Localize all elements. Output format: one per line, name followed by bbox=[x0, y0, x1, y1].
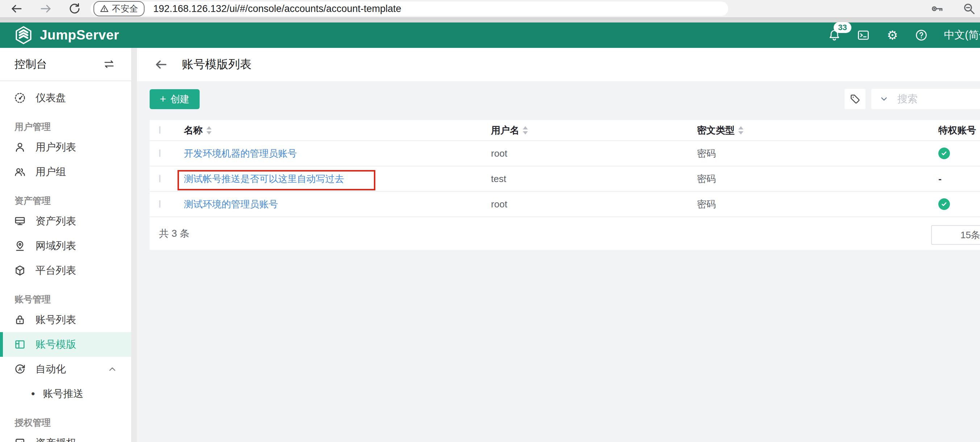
chevron-down-icon[interactable] bbox=[879, 94, 889, 104]
brand-name: JumpServer bbox=[40, 27, 119, 43]
template-name-link[interactable]: 开发环境机器的管理员账号 bbox=[184, 148, 297, 159]
search-input[interactable] bbox=[897, 93, 980, 105]
plus-icon: + bbox=[160, 94, 166, 104]
sort-icon[interactable] bbox=[207, 126, 212, 134]
page-title: 账号模版列表 bbox=[182, 57, 251, 72]
sidebar-section-assets: 资产管理 bbox=[0, 192, 131, 209]
tag-filter-button[interactable] bbox=[845, 89, 865, 109]
column-header-secret-type: 密文类型 bbox=[697, 124, 735, 137]
row-checkbox[interactable] bbox=[159, 200, 161, 208]
asset-permission-icon bbox=[14, 437, 26, 442]
address-bar[interactable]: 不安全 192.168.126.132/ui/#/console/account… bbox=[91, 2, 728, 16]
sidebar-item-label: 自动化 bbox=[35, 362, 66, 376]
sort-icon[interactable] bbox=[738, 126, 743, 134]
user-group-icon bbox=[14, 166, 26, 178]
username-cell: test bbox=[491, 173, 506, 184]
sidebar-item-automation[interactable]: A 自动化 bbox=[0, 357, 131, 381]
sidebar-item-dashboard[interactable]: 仪表盘 bbox=[0, 86, 131, 110]
page-size-select[interactable]: 15条/页 bbox=[931, 225, 980, 245]
sidebar-item-label: 用户列表 bbox=[35, 140, 76, 154]
automation-icon: A bbox=[14, 363, 26, 375]
security-label: 不安全 bbox=[112, 3, 138, 14]
lock-icon bbox=[14, 314, 26, 326]
table-row: 测试环境的管理员账号 root 密码 bbox=[150, 192, 980, 217]
privileged-dash: - bbox=[938, 173, 942, 184]
main-content: 账号模版列表 + 创建 bbox=[137, 48, 980, 442]
search-box[interactable] bbox=[871, 89, 980, 109]
dashboard-icon bbox=[14, 92, 26, 104]
sidebar-item-platform-list[interactable]: 平台列表 bbox=[0, 258, 131, 283]
sidebar-item-label: 资产列表 bbox=[35, 214, 76, 228]
forward-icon[interactable] bbox=[39, 2, 52, 15]
column-header-privileged: 特权账号 bbox=[938, 124, 976, 137]
privileged-check-icon bbox=[938, 198, 950, 210]
zoom-out-icon[interactable] bbox=[963, 2, 976, 17]
row-checkbox[interactable] bbox=[159, 149, 161, 157]
warning-icon bbox=[100, 4, 109, 13]
sidebar-item-user-groups[interactable]: 用户组 bbox=[0, 160, 131, 184]
sidebar-item-account-list[interactable]: 账号列表 bbox=[0, 308, 131, 332]
sidebar-item-label: 平台列表 bbox=[35, 263, 76, 278]
sidebar-item-label: 网域列表 bbox=[35, 239, 76, 253]
sidebar-item-user-list[interactable]: 用户列表 bbox=[0, 135, 131, 160]
logo-hexagon-icon bbox=[14, 26, 33, 45]
sidebar-section-accounts: 账号管理 bbox=[0, 291, 131, 308]
sidebar-item-label: 资产授权 bbox=[35, 436, 76, 442]
svg-text:A: A bbox=[18, 366, 22, 372]
select-all-checkbox[interactable] bbox=[159, 126, 161, 134]
page-back-icon[interactable] bbox=[154, 57, 168, 72]
sidebar-item-label: 账号列表 bbox=[35, 313, 76, 327]
back-icon[interactable] bbox=[10, 2, 23, 15]
browser-divider bbox=[0, 18, 980, 22]
app-header: JumpServer 33 ⚙ 中文(简体 bbox=[0, 22, 980, 48]
template-name-link[interactable]: 测试环境的管理员账号 bbox=[184, 199, 278, 209]
sidebar-item-account-push[interactable]: • 账号推送 bbox=[0, 381, 131, 406]
security-chip[interactable]: 不安全 bbox=[94, 1, 145, 16]
collapse-sidebar-icon[interactable] bbox=[103, 58, 115, 70]
language-selector[interactable]: 中文(简体 bbox=[944, 28, 980, 42]
gear-icon[interactable]: ⚙ bbox=[886, 29, 899, 42]
sidebar-section-users: 用户管理 bbox=[0, 118, 131, 135]
template-name-link[interactable]: 测试帐号推送是否可以这里自动写过去 bbox=[184, 173, 344, 184]
browser-toolbar: 不安全 192.168.126.132/ui/#/console/account… bbox=[0, 0, 980, 18]
sidebar-item-label: 仪表盘 bbox=[35, 91, 66, 105]
notification-badge: 33 bbox=[834, 22, 851, 33]
platform-icon bbox=[14, 264, 26, 277]
sort-icon[interactable] bbox=[523, 126, 528, 134]
table-row: 开发环境机器的管理员账号 root 密码 bbox=[150, 141, 980, 166]
sidebar: 控制台 仪表盘 用户管理 用户列表 用户组 资产管理 资产列表 网 bbox=[0, 48, 131, 442]
total-count: 共 3 条 bbox=[159, 227, 189, 240]
secret-type-cell: 密码 bbox=[697, 199, 716, 209]
bullet-icon: • bbox=[31, 388, 35, 400]
username-cell: root bbox=[491, 199, 507, 209]
sidebar-item-domain-list[interactable]: 网域列表 bbox=[0, 233, 131, 258]
asset-icon bbox=[14, 215, 26, 227]
sidebar-item-label: 用户组 bbox=[35, 165, 66, 179]
table-row: 测试帐号推送是否可以这里自动写过去 test 密码 - bbox=[150, 166, 980, 192]
column-header-username: 用户名 bbox=[491, 124, 519, 137]
sidebar-scrollbar[interactable] bbox=[131, 48, 137, 442]
template-icon bbox=[14, 338, 26, 351]
bell-icon[interactable]: 33 bbox=[828, 29, 841, 42]
key-icon[interactable] bbox=[931, 2, 944, 17]
privileged-check-icon bbox=[938, 148, 950, 159]
row-checkbox[interactable] bbox=[159, 175, 161, 182]
sidebar-item-account-template[interactable]: 账号模版 bbox=[0, 332, 131, 357]
url-text[interactable]: 192.168.126.132/ui/#/console/accounts/ac… bbox=[153, 3, 401, 14]
username-cell: root bbox=[491, 148, 507, 159]
sidebar-item-label: 账号模版 bbox=[35, 338, 76, 351]
column-header-name: 名称 bbox=[184, 124, 203, 137]
create-button[interactable]: + 创建 bbox=[150, 89, 200, 109]
table-header-row: 名称 用户名 密文类型 特权账号 bbox=[150, 120, 980, 141]
sidebar-title: 控制台 bbox=[14, 57, 47, 72]
sidebar-item-asset-permission[interactable]: 资产授权 bbox=[0, 431, 131, 442]
sidebar-item-label: 账号推送 bbox=[43, 387, 84, 401]
account-template-table: 名称 用户名 密文类型 特权账号 开发环境机器的管理员账号 bbox=[150, 120, 980, 250]
logo[interactable]: JumpServer bbox=[14, 26, 119, 45]
reload-icon[interactable] bbox=[68, 2, 81, 15]
tag-icon bbox=[849, 93, 861, 105]
sidebar-item-asset-list[interactable]: 资产列表 bbox=[0, 209, 131, 233]
help-icon[interactable] bbox=[915, 29, 928, 42]
chevron-up-icon[interactable] bbox=[107, 364, 118, 374]
terminal-icon[interactable] bbox=[857, 29, 870, 42]
